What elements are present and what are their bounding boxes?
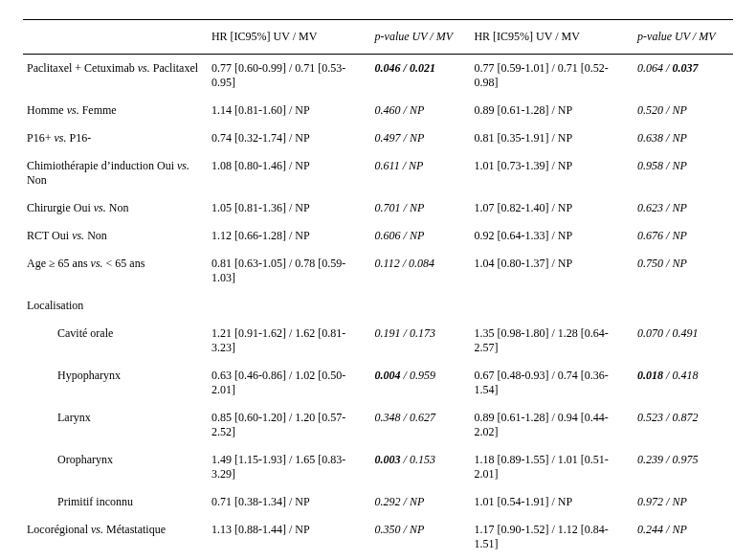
empty-cell: [208, 292, 371, 320]
row-label: Localisation: [23, 292, 208, 320]
empty-cell: [371, 292, 471, 320]
p-value-cell: 0.191 / 0.173: [371, 320, 471, 362]
hr-cell: 0.85 [0.60-1.20] / 1.20 [0.57-2.52]: [208, 404, 371, 446]
table-row: Chirurgie Oui vs. Non1.05 [0.81-1.36] / …: [23, 194, 733, 222]
header-hr-2: HR [IC95%] UV / MV: [470, 20, 634, 55]
hr-cell: 1.01 [0.73-1.39] / NP: [470, 152, 634, 194]
hr-cell: 1.18 [0.89-1.55] / 1.01 [0.51-2.01]: [470, 446, 634, 488]
hr-cell: 1.21 [0.91-1.62] / 1.62 [0.81-3.23]: [208, 320, 371, 362]
table-row: RCT Oui vs. Non1.12 [0.66-1.28] / NP0.60…: [23, 222, 733, 250]
row-label: RCT Oui vs. Non: [23, 222, 208, 250]
hr-cell: 1.04 [0.80-1.37] / NP: [470, 250, 634, 292]
hr-cell: 0.77 [0.60-0.99] / 0.71 [0.53-0.95]: [208, 55, 371, 98]
p-value-cell: 0.460 / NP: [371, 97, 471, 124]
table-row: Localisation: [23, 292, 733, 320]
table-row: P16+ vs. P16-0.74 [0.32-1.74] / NP0.497 …: [23, 124, 733, 152]
row-label: Primitif inconnu: [23, 488, 208, 516]
header-p-1: p-value UV / MV: [371, 20, 471, 55]
p-value-cell: 0.292 / NP: [371, 488, 471, 516]
table-row: Primitif inconnu0.71 [0.38-1.34] / NP0.2…: [23, 488, 733, 516]
p-value-cell: 0.004 / 0.959: [371, 362, 471, 404]
hr-cell: 1.05 [0.81-1.36] / NP: [208, 194, 371, 222]
p-value-cell: 0.497 / NP: [371, 124, 471, 152]
p-value-cell: 0.112 / 0.084: [371, 250, 471, 292]
header-blank: [23, 20, 208, 55]
row-label: P16+ vs. P16-: [23, 124, 208, 152]
hr-cell: 0.89 [0.61-1.28] / NP: [470, 97, 634, 124]
p-value-cell: 0.348 / 0.627: [371, 404, 471, 446]
results-table: HR [IC95%] UV / MV p-value UV / MV HR [I…: [23, 19, 733, 560]
row-label: Locorégional vs. Métastatique: [23, 516, 208, 558]
hr-cell: 1.14 [0.81-1.60] / NP: [208, 97, 371, 124]
hr-cell: 0.63 [0.46-0.86] / 1.02 [0.50-2.01]: [208, 362, 371, 404]
p-value-cell: 0.638 / NP: [634, 124, 733, 152]
hr-cell: 0.71 [0.38-1.34] / NP: [208, 488, 371, 516]
p-value-cell: 0.064 / 0.037: [634, 55, 733, 98]
table-row: Locorégional vs. Métastatique1.13 [0.88-…: [23, 516, 733, 558]
p-value-cell: 0.701 / NP: [371, 194, 471, 222]
hr-cell: 0.81 [0.63-1.05] / 0.78 [0.59-1.03]: [208, 250, 371, 292]
row-label: Chirurgie Oui vs. Non: [23, 194, 208, 222]
p-value-cell: 0.611 / NP: [371, 152, 471, 194]
p-value-cell: 0.520 / NP: [634, 97, 733, 124]
header-hr-1: HR [IC95%] UV / MV: [208, 20, 371, 55]
table-row: Paclitaxel + Cetuximab vs. Paclitaxel0.7…: [23, 55, 733, 98]
hr-cell: 1.13 [0.88-1.44] / NP: [208, 516, 371, 558]
p-value-cell: 0.750 / NP: [634, 250, 733, 292]
p-value-cell: 0.676 / NP: [634, 222, 733, 250]
table-row: Age ≥ 65 ans vs. < 65 ans0.81 [0.63-1.05…: [23, 250, 733, 292]
hr-cell: 0.67 [0.48-0.93] / 0.74 [0.36-1.54]: [470, 362, 634, 404]
hr-cell: 1.12 [0.66-1.28] / NP: [208, 222, 371, 250]
table-row: Cavité orale1.21 [0.91-1.62] / 1.62 [0.8…: [23, 320, 733, 362]
p-value-cell: 0.606 / NP: [371, 222, 471, 250]
p-value-cell: 0.958 / NP: [634, 152, 733, 194]
table-row: Larynx0.85 [0.60-1.20] / 1.20 [0.57-2.52…: [23, 404, 733, 446]
p-value-cell: 0.003 / 0.153: [371, 446, 471, 488]
table-row: Chimiothérapie d’induction Oui vs. Non1.…: [23, 152, 733, 194]
row-label: Oropharynx: [23, 446, 208, 488]
row-label: Hypopharynx: [23, 362, 208, 404]
hr-cell: 1.49 [1.15-1.93] / 1.65 [0.83-3.29]: [208, 446, 371, 488]
p-value-cell: 0.350 / NP: [371, 516, 471, 558]
p-value-cell: 0.523 / 0.872: [634, 404, 733, 446]
row-label: Larynx: [23, 404, 208, 446]
table-row: Oropharynx1.49 [1.15-1.93] / 1.65 [0.83-…: [23, 446, 733, 488]
hr-cell: 0.77 [0.59-1.01] / 0.71 [0.52-0.98]: [470, 55, 634, 98]
header-row: HR [IC95%] UV / MV p-value UV / MV HR [I…: [23, 20, 733, 55]
hr-cell: 0.74 [0.32-1.74] / NP: [208, 124, 371, 152]
row-label: Age ≥ 65 ans vs. < 65 ans: [23, 250, 208, 292]
row-label: Paclitaxel + Cetuximab vs. Paclitaxel: [23, 55, 208, 98]
empty-cell: [634, 292, 733, 320]
row-label: Chimiothérapie d’induction Oui vs. Non: [23, 152, 208, 194]
hr-cell: 1.01 [0.54-1.91] / NP: [470, 488, 634, 516]
row-label: Cavité orale: [23, 320, 208, 362]
hr-cell: 0.92 [0.64-1.33] / NP: [470, 222, 634, 250]
hr-cell: 1.07 [0.82-1.40] / NP: [470, 194, 634, 222]
p-value-cell: 0.623 / NP: [634, 194, 733, 222]
p-value-cell: 0.239 / 0.975: [634, 446, 733, 488]
hr-cell: 1.08 [0.80-1.46] / NP: [208, 152, 371, 194]
p-value-cell: 0.244 / NP: [634, 516, 733, 558]
row-label: Homme vs. Femme: [23, 97, 208, 124]
table-row: Hypopharynx0.63 [0.46-0.86] / 1.02 [0.50…: [23, 362, 733, 404]
p-value-cell: 0.046 / 0.021: [371, 55, 471, 98]
p-value-cell: 0.018 / 0.418: [634, 362, 733, 404]
hr-cell: 0.89 [0.61-1.28] / 0.94 [0.44-2.02]: [470, 404, 634, 446]
p-value-cell: 0.070 / 0.491: [634, 320, 733, 362]
header-p-2: p-value UV / MV: [634, 20, 733, 55]
hr-cell: 1.17 [0.90-1.52] / 1.12 [0.84-1.51]: [470, 516, 634, 558]
hr-cell: 1.35 [0.98-1.80] / 1.28 [0.64-2.57]: [470, 320, 634, 362]
empty-cell: [470, 292, 634, 320]
p-value-cell: 0.972 / NP: [634, 488, 733, 516]
table-row: Homme vs. Femme1.14 [0.81-1.60] / NP0.46…: [23, 97, 733, 124]
hr-cell: 0.81 [0.35-1.91] / NP: [470, 124, 634, 152]
